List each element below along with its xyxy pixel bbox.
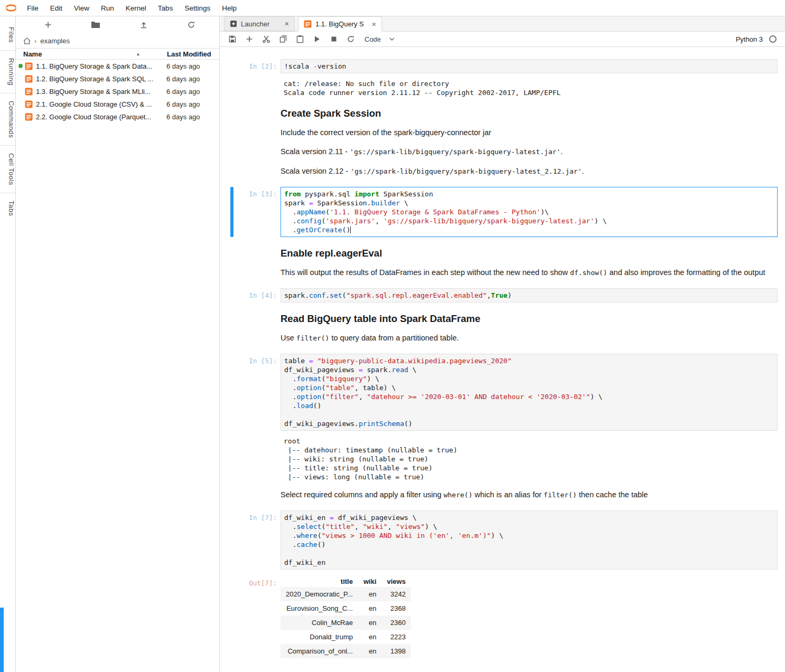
menu-settings[interactable]: Settings (179, 0, 216, 16)
file-row[interactable]: 2.2. Google Cloud Storage (Parquet...6 d… (16, 110, 219, 123)
sidebar-tab-cell-tools[interactable]: Cell Tools (0, 146, 15, 193)
table-column-header: title (281, 576, 358, 587)
cell-prompt (233, 312, 281, 325)
menu-edit[interactable]: Edit (44, 0, 68, 16)
notebook-cell[interactable]: In [4]:spark.conf.set("spark.sql.repl.ea… (220, 288, 785, 302)
markdown-paragraph: Scala version 2.11 - 'gs://spark-lib/big… (281, 146, 778, 158)
notebook-cell[interactable]: In [2]:!scala -version (220, 59, 785, 73)
code-editor[interactable]: spark.conf.set("spark.sql.repl.eagerEval… (281, 288, 778, 302)
cell-prompt: Out[7]: (233, 576, 281, 658)
menu-file[interactable]: File (21, 0, 44, 16)
table-row: Colin_McRaeen2360 (281, 616, 411, 630)
file-row[interactable]: 1.3. BigQuery Storage & Spark MLli...6 d… (16, 85, 219, 98)
column-header-name[interactable]: Name ▲ (23, 50, 167, 58)
sidebar-tab-commands[interactable]: Commands (0, 93, 15, 146)
table-cell: 2020_Democratic_P... (281, 587, 358, 601)
menu-view[interactable]: View (68, 0, 95, 16)
notebook-icon (304, 20, 312, 28)
code-editor[interactable]: df_wiki_en = df_wiki_pageviews \ .select… (281, 510, 778, 570)
sidebar-tab-files[interactable]: Files (0, 20, 15, 51)
cell-prompt: In [3]: (233, 187, 281, 237)
restart-button[interactable] (344, 33, 357, 45)
markdown-cell[interactable]: Read BigQuery table into Spark DataFrame (281, 312, 778, 325)
tab-1-1-bigquery-s[interactable]: 1.1. BigQuery S× (298, 16, 382, 32)
notebook-block: Include the correct version of the spark… (220, 127, 785, 138)
cell-prompt: In [2]: (233, 59, 281, 73)
left-sidebar-tabs: FilesRunningCommandsCell ToolsTabs (0, 16, 16, 672)
notebook-icon (25, 75, 33, 83)
breadcrumb-separator: › (34, 37, 36, 45)
table-cell: en (358, 616, 382, 630)
notebook-toolbar: Code Python 3 (220, 32, 785, 47)
file-row[interactable]: 2.1. Google Cloud Storage (CSV) & ...6 d… (16, 98, 219, 110)
running-indicator (18, 64, 23, 68)
code-editor[interactable]: table = "bigquery-public-data.wikipedia.… (281, 354, 778, 431)
tab-launcher[interactable]: Launcher× (224, 16, 295, 31)
upload-icon (139, 21, 148, 29)
new-launcher-button[interactable] (41, 18, 55, 32)
table-row: Donald_trumpen2223 (281, 630, 411, 644)
kernel-name[interactable]: Python 3 (736, 35, 763, 43)
markdown-cell[interactable]: Enable repl.eagerEval (281, 247, 778, 259)
menu-tabs[interactable]: Tabs (152, 0, 179, 16)
file-browser: › examples Name ▲ Last Modified 1.1. Big… (16, 16, 220, 672)
markdown-cell[interactable]: Create Spark Session (281, 107, 778, 119)
table-cell: 2223 (382, 630, 411, 644)
file-modified: 6 days ago (166, 75, 211, 83)
table-cell: en (358, 630, 382, 644)
table-cell: Donald_trump (281, 630, 358, 644)
paste-button[interactable] (294, 33, 306, 45)
new-folder-icon (91, 21, 100, 29)
markdown-cell[interactable]: This will output the results of DataFram… (281, 267, 778, 279)
new-folder-button[interactable] (89, 18, 102, 32)
breadcrumb-folder[interactable]: examples (40, 37, 70, 45)
cell-type-dropdown[interactable]: Code (365, 35, 395, 43)
notebook-cell[interactable]: In [5]:table = "bigquery-public-data.wik… (220, 354, 785, 431)
file-row[interactable]: 1.2. BigQuery Storage & Spark SQL ...6 d… (16, 72, 219, 85)
markdown-cell[interactable]: Scala version 2.12 - 'gs://spark-lib/big… (281, 165, 778, 177)
table-cell: Colin_McRae (281, 616, 358, 630)
code-editor[interactable]: !scala -version (281, 59, 778, 73)
notebook-cell[interactable]: In [3]:from pyspark.sql import SparkSess… (220, 187, 785, 237)
markdown-cell[interactable]: Use filter() to query data from a partit… (281, 332, 778, 344)
cut-button[interactable] (260, 33, 273, 45)
menu-run[interactable]: Run (95, 0, 120, 16)
table-row: 2020_Democratic_P...en3242 (281, 587, 411, 601)
file-row[interactable]: 1.1. BigQuery Storage & Spark Data...6 d… (16, 60, 219, 72)
upload-button[interactable] (137, 18, 151, 32)
new-launcher-icon (44, 21, 52, 29)
menu-kernel[interactable]: Kernel (120, 0, 152, 16)
run-button[interactable] (311, 33, 323, 45)
notebook-block: Select required columns and apply a filt… (220, 489, 785, 501)
kernel-status-icon[interactable] (769, 35, 777, 43)
refresh-button[interactable] (184, 18, 198, 32)
home-icon[interactable] (23, 37, 31, 44)
markdown-heading: Enable repl.eagerEval (281, 247, 778, 259)
copy-button[interactable] (277, 33, 289, 45)
markdown-cell[interactable]: Include the correct version of the spark… (281, 127, 778, 138)
tab-close-button[interactable]: × (368, 21, 376, 28)
menu-help[interactable]: Help (216, 0, 242, 16)
markdown-paragraph: Scala version 2.12 - 'gs://spark-lib/big… (281, 165, 778, 177)
column-header-modified[interactable]: Last Modified (167, 50, 211, 58)
add-cell-button[interactable] (243, 33, 256, 45)
file-name: 2.2. Google Cloud Storage (Parquet... (36, 113, 166, 121)
save-button[interactable] (226, 33, 239, 45)
notebook-block: cat: /release: No such file or directory… (220, 77, 785, 97)
markdown-cell[interactable]: Scala version 2.11 - 'gs://spark-lib/big… (281, 146, 778, 158)
file-modified: 6 days ago (166, 62, 211, 70)
sort-ascending-icon: ▲ (136, 52, 140, 56)
sidebar-tab-tabs[interactable]: Tabs (0, 193, 15, 223)
column-header-name-label: Name (23, 50, 42, 58)
sidebar-tab-running[interactable]: Running (0, 51, 15, 93)
notebook-cell[interactable]: In [7]:df_wiki_en = df_wiki_pageviews \ … (220, 510, 785, 570)
code-editor[interactable]: from pyspark.sql import SparkSessionspar… (281, 187, 778, 237)
table-column-header: wiki (358, 576, 382, 587)
notebook-block: Create Spark Session (220, 107, 785, 119)
notebook-icon (25, 100, 33, 108)
stop-button[interactable] (328, 33, 340, 45)
tab-close-button[interactable]: × (281, 20, 289, 27)
file-browser-toolbar (16, 16, 219, 33)
markdown-paragraph: Select required columns and apply a filt… (281, 489, 778, 501)
markdown-cell[interactable]: Select required columns and apply a filt… (281, 489, 778, 501)
